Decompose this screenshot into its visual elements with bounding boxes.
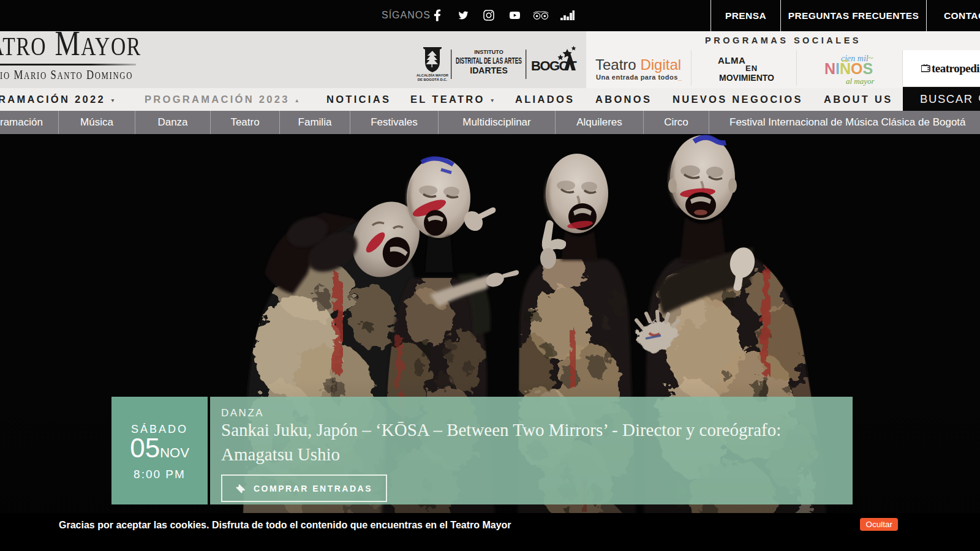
svg-text:DE BOGOTÁ D.C.: DE BOGOTÁ D.C. <box>418 78 448 81</box>
svg-text:DISTRITAL DE LAS ARTES: DISTRITAL DE LAS ARTES <box>456 56 522 66</box>
svg-text:IDARTES: IDARTES <box>470 66 507 75</box>
svg-text:INSTITUTO: INSTITUTO <box>474 49 503 55</box>
svg-text:ALCALDÍA MAYOR: ALCALDÍA MAYOR <box>417 73 449 77</box>
